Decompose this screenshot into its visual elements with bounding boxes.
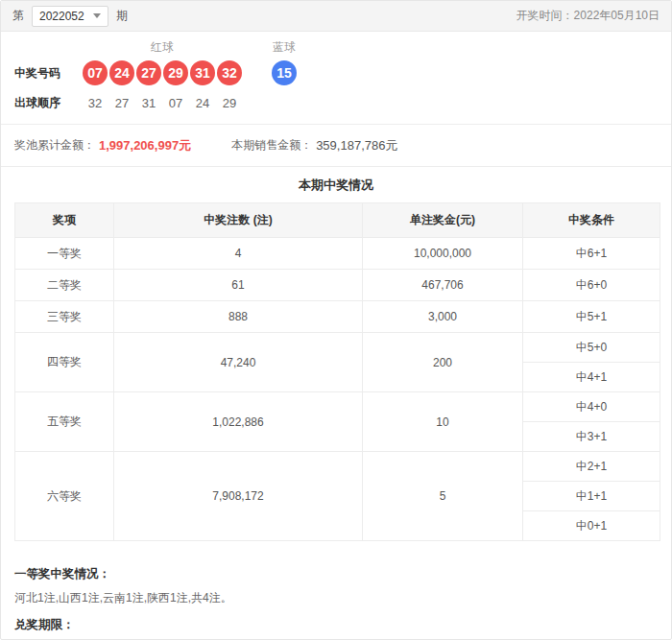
column-header-winner-count: 中奖注数 (注) <box>114 203 363 238</box>
period-suffix-label: 期 <box>116 8 128 24</box>
topbar: 第 2022052 期 开奖时间：2022年05月10日 <box>1 1 671 32</box>
winner-count: 61 <box>114 270 363 301</box>
first-prize-distribution-title: 一等奖中奖情况： <box>14 566 658 582</box>
period-select[interactable]: 2022052 <box>32 6 108 27</box>
sales-label: 本期销售金额： <box>231 137 312 154</box>
red-ball: 27 <box>136 60 161 85</box>
red-balls-label: 红球 <box>83 39 242 56</box>
prize-amount: 467,706 <box>363 270 523 301</box>
tier-name: 一等奖 <box>15 238 114 270</box>
win-condition: 中6+1 <box>523 238 660 270</box>
draw-time-label: 开奖时间： <box>516 9 574 22</box>
win-condition: 中1+1 <box>523 482 660 511</box>
blue-ball: 15 <box>272 60 297 85</box>
win-condition: 中0+1 <box>523 511 660 541</box>
prize-amount: 10,000,000 <box>363 238 523 270</box>
prize-amount: 10 <box>363 392 523 452</box>
table-row: 六等奖 7,908,172 5 中2+1 <box>15 452 660 482</box>
draw-order-number: 29 <box>217 96 242 110</box>
prize-amount: 200 <box>363 333 523 392</box>
table-row: 四等奖 47,240 200 中5+0 <box>15 333 660 363</box>
pool-sales-row: 奖池累计金额： 1,997,206,997元 本期销售金额： 359,187,7… <box>1 124 671 166</box>
redeem-deadline-title: 兑奖期限： <box>14 617 658 633</box>
red-ball: 32 <box>217 60 242 85</box>
red-ball: 31 <box>190 60 215 85</box>
win-condition: 中5+0 <box>523 333 660 363</box>
column-header-prize-amount: 单注奖金(元) <box>363 203 523 238</box>
tier-name: 三等奖 <box>15 301 114 333</box>
chevron-down-icon <box>93 13 101 18</box>
winning-numbers-label: 中奖号码 <box>14 65 83 82</box>
period-select-value: 2022052 <box>39 10 84 23</box>
draw-order-number: 32 <box>83 96 108 110</box>
winner-count: 1,022,886 <box>114 392 363 452</box>
prize-table-section: 本期中奖情况 奖项 中奖注数 (注) 单注奖金(元) 中奖条件 一等奖 4 10… <box>1 166 671 555</box>
win-condition: 中2+1 <box>523 452 660 482</box>
prize-table-title: 本期中奖情况 <box>14 167 658 202</box>
first-prize-distribution-body: 河北1注,山西1注,云南1注,陕西1注,共4注。 <box>14 589 658 606</box>
draw-order-number: 27 <box>109 96 134 110</box>
blue-ball-label: 蓝球 <box>272 39 297 56</box>
prize-table: 奖项 中奖注数 (注) 单注奖金(元) 中奖条件 一等奖 4 10,000,00… <box>14 202 660 541</box>
column-header-win-condition: 中奖条件 <box>523 203 660 238</box>
lottery-result-page: 第 2022052 期 开奖时间：2022年05月10日 红球 蓝球 中奖号码 … <box>0 0 672 640</box>
win-condition: 中4+1 <box>523 363 660 392</box>
win-condition: 中4+0 <box>523 392 660 422</box>
winning-numbers-section: 红球 蓝球 中奖号码 07 24 27 29 31 32 15 出球顺序 32 … <box>1 32 671 124</box>
winner-count: 7,908,172 <box>114 452 363 541</box>
red-ball-group: 07 24 27 29 31 32 <box>83 60 242 85</box>
tier-name: 二等奖 <box>15 270 114 301</box>
tier-name: 四等奖 <box>15 333 114 392</box>
red-ball: 24 <box>109 60 134 85</box>
period-prefix-label: 第 <box>12 8 24 24</box>
ball-group-labels: 红球 蓝球 <box>14 39 671 56</box>
draw-order-row: 出球顺序 32 27 31 07 24 29 <box>14 95 671 111</box>
notes-section: 一等奖中奖情况： 河北1注,山西1注,云南1注,陕西1注,共4注。 兑奖期限： … <box>1 555 671 640</box>
sales-value: 359,187,786元 <box>316 137 397 154</box>
red-ball: 29 <box>163 60 188 85</box>
tier-name: 五等奖 <box>15 392 114 452</box>
draw-order-number: 07 <box>163 96 188 110</box>
table-row: 二等奖 61 467,706 中6+0 <box>15 270 660 301</box>
draw-order-number: 31 <box>136 96 161 110</box>
label-spacer <box>14 39 83 56</box>
prize-amount: 5 <box>363 452 523 541</box>
draw-order-label: 出球顺序 <box>14 95 83 111</box>
jackpot-label: 奖池累计金额： <box>14 137 95 154</box>
win-condition: 中3+1 <box>523 422 660 452</box>
period-selector-group: 第 2022052 期 <box>12 6 128 27</box>
table-row: 三等奖 888 3,000 中5+1 <box>15 301 660 333</box>
winner-count: 4 <box>114 238 363 270</box>
prize-amount: 3,000 <box>363 301 523 333</box>
red-ball: 07 <box>83 60 108 85</box>
draw-order-numbers: 32 27 31 07 24 29 <box>83 96 242 110</box>
column-header-prize-tier: 奖项 <box>15 203 114 238</box>
winning-numbers-row: 中奖号码 07 24 27 29 31 32 15 <box>14 60 671 85</box>
win-condition: 中5+1 <box>523 301 660 333</box>
draw-time-value: 2022年05月10日 <box>574 9 660 22</box>
jackpot-value: 1,997,206,997元 <box>99 137 191 154</box>
draw-order-number: 24 <box>190 96 215 110</box>
table-row: 一等奖 4 10,000,000 中6+1 <box>15 238 660 270</box>
prize-table-header-row: 奖项 中奖注数 (注) 单注奖金(元) 中奖条件 <box>15 203 660 238</box>
win-condition: 中6+0 <box>523 270 660 301</box>
winner-count: 47,240 <box>114 333 363 392</box>
draw-time: 开奖时间：2022年05月10日 <box>516 8 660 24</box>
table-row: 五等奖 1,022,886 10 中4+0 <box>15 392 660 422</box>
tier-name: 六等奖 <box>15 452 114 541</box>
winner-count: 888 <box>114 301 363 333</box>
